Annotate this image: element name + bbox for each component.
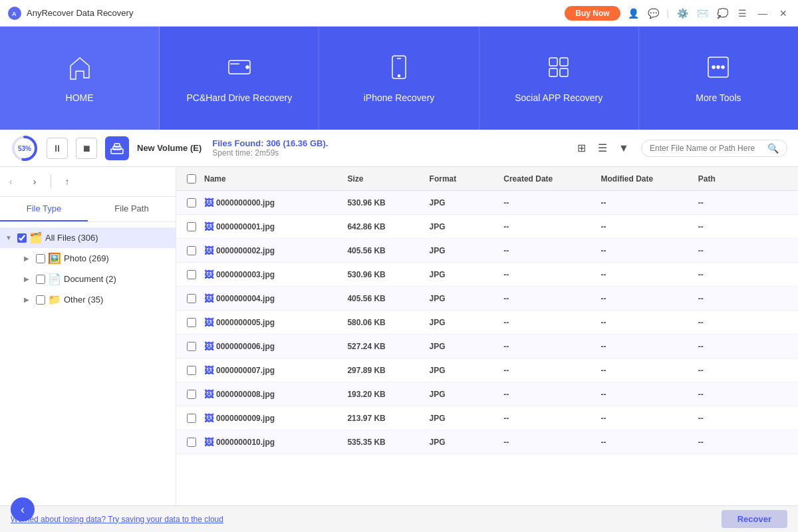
grid-view-button[interactable]: ⊞ bbox=[572, 139, 591, 158]
document-label: Document (2) bbox=[64, 274, 116, 284]
row-checkbox-6[interactable] bbox=[187, 342, 196, 351]
row-checkbox-2[interactable] bbox=[187, 246, 196, 255]
back-button[interactable]: ‹ bbox=[11, 497, 35, 521]
svg-rect-8 bbox=[549, 58, 557, 66]
toggle-photo[interactable]: ▶ bbox=[24, 255, 33, 262]
row-checkbox-4[interactable] bbox=[187, 294, 196, 303]
select-all-checkbox[interactable] bbox=[187, 174, 196, 184]
toggle-document[interactable]: ▶ bbox=[24, 275, 33, 283]
cloud-link[interactable]: Worried about losing data? Try saving yo… bbox=[11, 515, 223, 524]
row-check[interactable] bbox=[182, 198, 201, 207]
row-check[interactable] bbox=[182, 270, 201, 279]
back-arrow[interactable]: ‹ bbox=[0, 172, 21, 191]
row-checkbox-0[interactable] bbox=[187, 198, 196, 207]
user-icon[interactable]: 👤 bbox=[627, 7, 640, 20]
nav-item-pc[interactable]: PC&Hard Drive Recovery bbox=[160, 27, 319, 130]
settings-icon[interactable]: ⚙️ bbox=[676, 7, 689, 20]
forward-arrow[interactable]: › bbox=[24, 172, 45, 191]
row-check[interactable] bbox=[182, 414, 201, 423]
row-checkbox-8[interactable] bbox=[187, 390, 196, 399]
buy-now-button[interactable]: Buy Now bbox=[565, 6, 620, 21]
row-check[interactable] bbox=[182, 318, 201, 327]
row-checkbox-10[interactable] bbox=[187, 438, 196, 447]
discord-icon[interactable]: 💬 bbox=[647, 7, 660, 20]
table-row[interactable]: 🖼 0000000008.jpg 193.20 KB JPG -- -- -- bbox=[176, 382, 798, 406]
row-name: 🖼 0000000002.jpg bbox=[201, 245, 344, 256]
row-check[interactable] bbox=[182, 438, 201, 447]
row-modified: -- bbox=[598, 390, 696, 399]
tree-item-other[interactable]: ▶ 📁 Other (35) bbox=[13, 289, 176, 310]
checkbox-document[interactable] bbox=[36, 275, 45, 284]
row-modified: -- bbox=[598, 246, 696, 255]
nav-item-more[interactable]: More Tools bbox=[639, 27, 798, 130]
table-row[interactable]: 🖼 0000000000.jpg 530.96 KB JPG -- -- -- bbox=[176, 191, 798, 215]
row-modified: -- bbox=[598, 342, 696, 351]
row-check[interactable] bbox=[182, 222, 201, 231]
row-check[interactable] bbox=[182, 246, 201, 255]
nav-item-social[interactable]: Social APP Recovery bbox=[479, 27, 639, 130]
chat-icon[interactable]: 💭 bbox=[716, 7, 729, 20]
row-checkbox-9[interactable] bbox=[187, 414, 196, 423]
mail-icon[interactable]: ✉️ bbox=[696, 7, 709, 20]
table-row[interactable]: 🖼 0000000004.jpg 405.56 KB JPG -- -- -- bbox=[176, 287, 798, 311]
search-input[interactable] bbox=[650, 144, 763, 153]
nav-item-iphone[interactable]: iPhone Recovery bbox=[319, 27, 479, 130]
volume-icon bbox=[105, 136, 129, 160]
table-row[interactable]: 🖼 0000000005.jpg 580.06 KB JPG -- -- -- bbox=[176, 311, 798, 334]
checkbox-photo[interactable] bbox=[36, 254, 45, 263]
table-row[interactable]: 🖼 0000000001.jpg 642.86 KB JPG -- -- -- bbox=[176, 215, 798, 239]
filter-button[interactable]: ▼ bbox=[614, 139, 633, 158]
tree-item-document[interactable]: ▶ 📄 Document (2) bbox=[13, 269, 176, 289]
checkbox-all[interactable] bbox=[17, 233, 27, 243]
nav-item-home[interactable]: HOME bbox=[0, 27, 160, 130]
header-size: Size bbox=[344, 174, 426, 184]
file-icon: 🖼 bbox=[204, 317, 213, 328]
row-modified: -- bbox=[598, 366, 696, 375]
menu-icon[interactable]: ☰ bbox=[735, 7, 749, 20]
header-created: Created Date bbox=[501, 174, 598, 184]
file-rows: 🖼 0000000000.jpg 530.96 KB JPG -- -- -- … bbox=[176, 191, 798, 505]
header-format: Format bbox=[427, 174, 501, 184]
row-checkbox-1[interactable] bbox=[187, 222, 196, 231]
minimize-button[interactable]: — bbox=[755, 8, 770, 19]
svg-point-7 bbox=[398, 74, 400, 76]
row-modified: -- bbox=[598, 318, 696, 327]
table-row[interactable]: 🖼 0000000003.jpg 530.96 KB JPG -- -- -- bbox=[176, 263, 798, 287]
row-path: -- bbox=[696, 246, 793, 255]
row-check[interactable] bbox=[182, 366, 201, 375]
tab-file-type[interactable]: File Type bbox=[0, 197, 88, 221]
tree-item-photo[interactable]: ▶ 🖼️ Photo (269) bbox=[13, 248, 176, 269]
stop-button[interactable]: ⏹ bbox=[76, 138, 97, 159]
toggle-other[interactable]: ▶ bbox=[24, 296, 33, 303]
row-check[interactable] bbox=[182, 342, 201, 351]
row-checkbox-3[interactable] bbox=[187, 270, 196, 279]
row-modified: -- bbox=[598, 438, 696, 447]
table-row[interactable]: 🖼 0000000002.jpg 405.56 KB JPG -- -- -- bbox=[176, 239, 798, 263]
header-check[interactable] bbox=[182, 174, 201, 184]
search-icon[interactable]: 🔍 bbox=[767, 143, 779, 154]
row-check[interactable] bbox=[182, 294, 201, 303]
row-checkbox-7[interactable] bbox=[187, 366, 196, 375]
row-checkbox-5[interactable] bbox=[187, 318, 196, 327]
table-row[interactable]: 🖼 0000000009.jpg 213.97 KB JPG -- -- -- bbox=[176, 406, 798, 430]
row-check[interactable] bbox=[182, 390, 201, 399]
up-arrow[interactable]: ↑ bbox=[57, 172, 78, 191]
table-row[interactable]: 🖼 0000000007.jpg 297.89 KB JPG -- -- -- bbox=[176, 358, 798, 382]
row-path: -- bbox=[696, 414, 793, 423]
row-size: 213.97 KB bbox=[344, 414, 426, 423]
tree-item-all[interactable]: ▼ 🗂️ All Files (306) bbox=[0, 227, 176, 248]
title-bar-right: Buy Now 👤 💬 | ⚙️ ✉️ 💭 ☰ — ✕ bbox=[565, 6, 790, 21]
pause-button[interactable]: ⏸ bbox=[47, 138, 68, 159]
row-created: -- bbox=[501, 294, 598, 303]
table-row[interactable]: 🖼 0000000006.jpg 527.24 KB JPG -- -- -- bbox=[176, 334, 798, 358]
checkbox-other[interactable] bbox=[36, 295, 45, 305]
toggle-all[interactable]: ▼ bbox=[5, 234, 15, 241]
app-logo: A bbox=[8, 7, 21, 20]
table-row[interactable]: 🖼 0000000010.jpg 535.35 KB JPG -- -- -- bbox=[176, 430, 798, 454]
recover-button[interactable]: Recover bbox=[722, 510, 787, 528]
tab-file-path[interactable]: File Path bbox=[88, 197, 176, 221]
file-table-header: Name Size Format Created Date Modified D… bbox=[176, 167, 798, 191]
tree-subtree: ▶ 🖼️ Photo (269) ▶ 📄 Document (2) ▶ 📁 Ot… bbox=[0, 248, 176, 310]
list-view-button[interactable]: ☰ bbox=[593, 139, 612, 158]
close-button[interactable]: ✕ bbox=[777, 8, 790, 19]
